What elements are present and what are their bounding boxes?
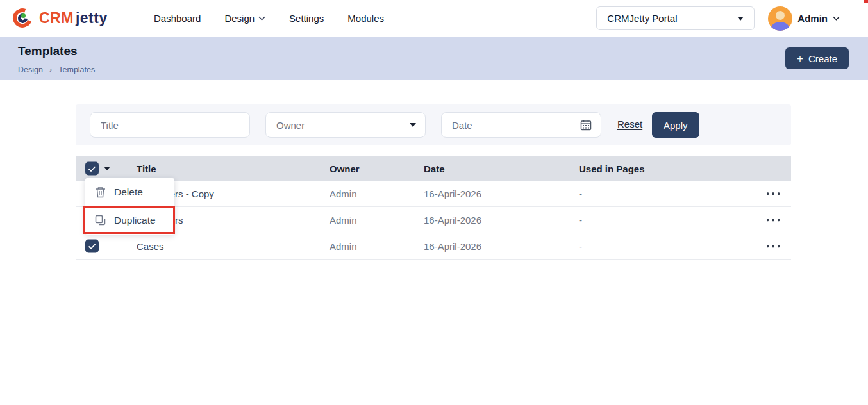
chevron-down-icon — [258, 16, 265, 21]
row-used-in-pages: - — [579, 241, 582, 252]
navbar-right: CRMJetty Portal Admin — [596, 0, 840, 37]
table-row: Customers Admin 16-April-2026 - — [76, 207, 791, 233]
user-name: Admin — [797, 13, 828, 24]
check-icon — [88, 243, 96, 249]
row-actions-button[interactable] — [764, 242, 783, 250]
row-used-in-pages: - — [579, 188, 582, 199]
portal-selector-value: CRMJetty Portal — [607, 13, 677, 24]
page-title: Templates — [18, 44, 78, 58]
brand-logo-icon — [13, 6, 35, 29]
row-owner: Admin — [330, 215, 357, 226]
trash-icon — [95, 186, 106, 198]
duplicate-icon — [95, 215, 106, 226]
brand-logo[interactable]: CRMjetty — [13, 6, 108, 29]
owner-select-value: Owner — [276, 120, 305, 131]
portal-selector[interactable]: CRMJetty Portal — [596, 6, 755, 30]
nav-item-modules[interactable]: Modules — [347, 13, 384, 24]
bulk-actions-menu: Delete Duplicate — [85, 178, 174, 235]
nav-item-settings[interactable]: Settings — [289, 13, 324, 24]
breadcrumb-parent[interactable]: Design — [18, 65, 43, 74]
date-filter-field[interactable]: Date — [441, 112, 601, 138]
date-field-value: Date — [452, 120, 472, 131]
row-owner: Admin — [330, 188, 357, 199]
menu-item-duplicate[interactable]: Duplicate — [85, 206, 174, 235]
chevron-down-icon — [833, 16, 840, 21]
table-header-row: Title Owner Date Used in Pages — [76, 156, 791, 181]
screen: CRMjetty Dashboard Design Settings Modul… — [0, 0, 868, 405]
nav-item-design[interactable]: Design — [224, 13, 265, 24]
screen-artifact — [864, 0, 868, 3]
plus-icon: + — [797, 53, 803, 64]
calendar-icon[interactable] — [580, 119, 592, 131]
breadcrumb: Design › Templates — [18, 65, 95, 74]
row-actions-button[interactable] — [764, 216, 783, 224]
row-date: 16-April-2026 — [424, 241, 481, 252]
row-actions-button[interactable] — [764, 190, 783, 197]
menu-item-delete[interactable]: Delete — [85, 178, 174, 206]
select-all-caret-icon[interactable] — [104, 167, 110, 170]
avatar — [768, 6, 792, 31]
filter-bar: Owner Date Reset Apply — [76, 104, 791, 145]
page-header: Templates Design › Templates + Create — [0, 37, 868, 80]
column-header-used-in-pages[interactable]: Used in Pages — [579, 163, 645, 174]
reset-link[interactable]: Reset — [617, 119, 642, 129]
create-button[interactable]: + Create — [785, 47, 849, 69]
breadcrumb-current: Templates — [58, 65, 95, 74]
row-checkbox[interactable] — [85, 240, 99, 253]
table-row: Customers - Copy Admin 16-April-2026 - — [76, 181, 791, 207]
caret-down-icon — [737, 17, 744, 21]
nav-item-dashboard[interactable]: Dashboard — [154, 13, 201, 24]
title-filter-field — [90, 112, 250, 138]
apply-button[interactable]: Apply — [652, 112, 699, 138]
table-row: Cases Admin 16-April-2026 - — [76, 233, 791, 260]
row-owner: Admin — [330, 241, 357, 252]
brand-logo-text: CRMjetty — [39, 10, 108, 27]
check-icon — [88, 165, 96, 172]
user-menu[interactable]: Admin — [768, 6, 840, 31]
column-header-title[interactable]: Title — [137, 163, 156, 174]
top-navbar: CRMjetty Dashboard Design Settings Modul… — [0, 0, 868, 37]
templates-table: Title Owner Date Used in Pages Customers… — [76, 156, 791, 260]
row-date: 16-April-2026 — [424, 188, 481, 199]
row-title: Cases — [137, 241, 164, 252]
column-header-owner[interactable]: Owner — [330, 163, 360, 174]
owner-filter-select[interactable]: Owner — [265, 112, 426, 138]
title-filter-input[interactable] — [101, 120, 240, 131]
caret-down-icon — [410, 123, 416, 127]
row-date: 16-April-2026 — [424, 215, 481, 226]
select-all-checkbox[interactable] — [85, 162, 99, 176]
main-nav: Dashboard Design Settings Modules — [154, 0, 384, 37]
column-header-date[interactable]: Date — [424, 163, 445, 174]
row-used-in-pages: - — [579, 215, 582, 226]
breadcrumb-separator-icon: › — [49, 65, 52, 74]
